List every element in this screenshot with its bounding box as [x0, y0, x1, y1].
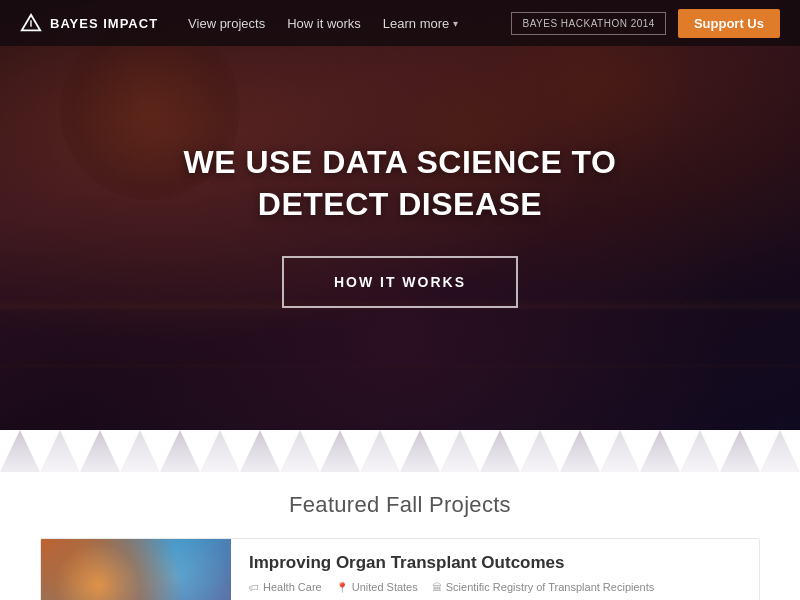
svg-marker-16 [560, 430, 600, 472]
project-card[interactable]: Improving Organ Transplant Outcomes 🏷 He… [40, 538, 760, 600]
svg-marker-11 [360, 430, 400, 472]
tag-location-label: United States [352, 581, 418, 593]
svg-marker-2 [0, 430, 40, 472]
project-tags: 🏷 Health Care 📍 United States 🏛 Scientif… [249, 581, 741, 593]
tag-icon: 🏷 [249, 582, 259, 593]
support-button[interactable]: Support Us [678, 9, 780, 38]
svg-marker-19 [680, 430, 720, 472]
nav-right: BAYES HACKATHON 2014 Support Us [511, 9, 780, 38]
hackathon-badge[interactable]: BAYES HACKATHON 2014 [511, 12, 665, 35]
logo-icon [20, 12, 42, 34]
svg-marker-3 [40, 430, 80, 472]
svg-marker-17 [600, 430, 640, 472]
tag-location: 📍 United States [336, 581, 418, 593]
svg-marker-7 [200, 430, 240, 472]
svg-marker-14 [480, 430, 520, 472]
triangle-divider [0, 430, 800, 472]
tag-institution: 🏛 Scientific Registry of Transplant Reci… [432, 581, 654, 593]
svg-marker-20 [720, 430, 760, 472]
svg-marker-6 [160, 430, 200, 472]
chevron-down-icon: ▾ [453, 18, 458, 29]
navbar: BAYES IMPACT View projects How it works … [0, 0, 800, 46]
triangle-svg [0, 430, 800, 472]
project-image [41, 539, 231, 600]
location-icon: 📍 [336, 582, 348, 593]
nav-view-projects[interactable]: View projects [188, 16, 265, 31]
tag-institution-label: Scientific Registry of Transplant Recipi… [446, 581, 654, 593]
hero-section: WE USE DATA SCIENCE TO DETECT DISEASE HO… [0, 0, 800, 430]
svg-marker-12 [400, 430, 440, 472]
logo[interactable]: BAYES IMPACT [20, 12, 158, 34]
institution-icon: 🏛 [432, 582, 442, 593]
tag-health-care: 🏷 Health Care [249, 581, 322, 593]
project-title: Improving Organ Transplant Outcomes [249, 553, 741, 573]
svg-marker-8 [240, 430, 280, 472]
svg-marker-4 [80, 430, 120, 472]
nav-learn-more-label: Learn more [383, 16, 449, 31]
hero-title-line2: DETECT DISEASE [258, 186, 542, 222]
featured-title: Featured Fall Projects [40, 492, 760, 518]
logo-text: BAYES IMPACT [50, 16, 158, 31]
svg-marker-13 [440, 430, 480, 472]
svg-marker-21 [760, 430, 800, 472]
nav-how-it-works[interactable]: How it works [287, 16, 361, 31]
svg-marker-15 [520, 430, 560, 472]
svg-marker-5 [120, 430, 160, 472]
project-info: Improving Organ Transplant Outcomes 🏷 He… [231, 539, 759, 600]
svg-marker-9 [280, 430, 320, 472]
hero-content: WE USE DATA SCIENCE TO DETECT DISEASE HO… [0, 0, 800, 430]
svg-marker-18 [640, 430, 680, 472]
how-it-works-button[interactable]: HOW IT WORKS [282, 256, 518, 308]
hero-title: WE USE DATA SCIENCE TO DETECT DISEASE [184, 142, 617, 225]
nav-links: View projects How it works Learn more ▾ [188, 16, 511, 31]
svg-marker-10 [320, 430, 360, 472]
tag-health-care-label: Health Care [263, 581, 322, 593]
featured-section: Featured Fall Projects Improving Organ T… [0, 472, 800, 600]
nav-learn-more[interactable]: Learn more ▾ [383, 16, 458, 31]
hero-title-line1: WE USE DATA SCIENCE TO [184, 144, 617, 180]
